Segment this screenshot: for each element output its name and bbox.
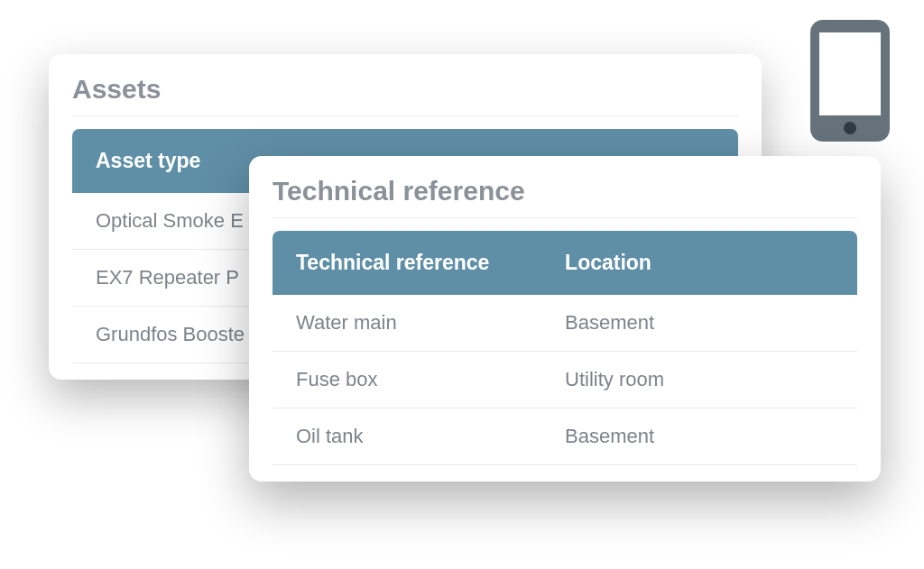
tech-header-location: Location	[541, 231, 857, 295]
assets-title: Assets	[72, 74, 738, 105]
tech-ref-cell: Fuse box	[273, 352, 541, 408]
tech-header-reference: Technical reference	[273, 231, 541, 295]
svg-rect-1	[819, 32, 881, 115]
divider	[273, 217, 857, 218]
tech-table: Technical reference Location Water main …	[273, 231, 857, 465]
tech-loc-cell: Utility room	[541, 352, 857, 408]
table-row[interactable]: Water main Basement	[273, 295, 857, 352]
svg-point-2	[844, 122, 856, 134]
divider	[72, 115, 738, 116]
tech-ref-cell: Water main	[273, 295, 541, 352]
tech-loc-cell: Basement	[541, 295, 857, 352]
tech-loc-cell: Basement	[541, 408, 857, 465]
tech-title: Technical reference	[273, 176, 857, 206]
technical-reference-card: Technical reference Technical reference …	[249, 156, 881, 482]
table-row[interactable]: Oil tank Basement	[273, 408, 857, 465]
tech-ref-cell: Oil tank	[273, 408, 541, 465]
tablet-icon	[810, 20, 890, 142]
table-row[interactable]: Fuse box Utility room	[273, 352, 857, 408]
